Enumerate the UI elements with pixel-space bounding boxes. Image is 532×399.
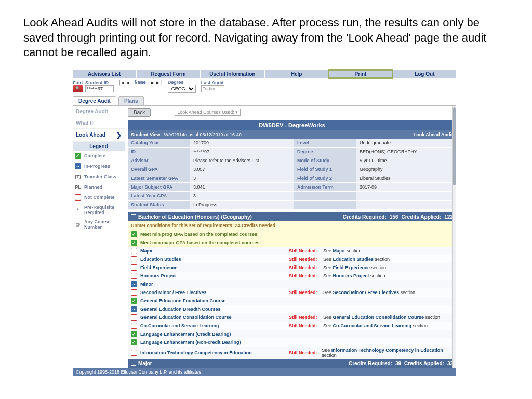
nav-useful[interactable]: Useful Information [201,70,264,78]
k-lyg: Latest Year GPA [128,192,190,201]
req-minor: ~Minor [128,280,456,288]
v-level: Undergraduate [356,139,456,148]
req-honours-project: Honours ProjectStill Needed:See Honours … [128,272,456,280]
legend-inprogress: ~In-Progress [73,161,125,171]
v-fos2: Liberal Studies [356,174,456,183]
info-grid: Catalog Year201709LevelUndergraduate ID*… [128,139,456,209]
scrollbar-thumb[interactable] [453,107,456,185]
k-mode: Mode of Study [294,156,356,165]
system-title: DW5DEV - DegreeWorks [128,120,456,130]
degree-label: Degree [168,79,184,85]
empty-box-icon [131,273,137,279]
v-lyg: 3 [190,192,294,201]
pager[interactable]: |◀◀Name▶▶| [118,79,163,85]
v-fos1: Geography [356,165,456,174]
k-ss: Student Status [128,201,190,209]
empty-box-icon [131,323,137,329]
unmet-conditions: Unmet conditions for this set of require… [128,221,456,230]
req-ge-consolidation: General Education Consolidation CourseSt… [128,313,456,322]
check-icon: ✓ [131,331,137,337]
k-blank1 [294,192,356,201]
back-button[interactable]: Back [128,108,151,117]
empty-box-icon [75,194,81,201]
v-id: ******97 [190,148,294,156]
legend-any-course: @Any Course Number [73,217,125,232]
section-box-icon [131,214,136,219]
req-ge-breadth: ~General Education Breadth Courses [128,305,456,313]
check-icon: ✓ [75,153,81,159]
star-icon: * [75,207,81,213]
v-gpa: 3.057 [190,165,294,174]
req-field-experience: Field ExperienceStill Needed:See Field E… [128,263,456,272]
req-education-studies: Education StudiesStill Needed:See Educat… [128,255,456,263]
student-id-label: Student ID [85,80,109,85]
legend-complete: ✓Complete [73,151,125,161]
top-nav: Advisors List Request Form Useful Inform… [73,70,456,78]
k-lsg: Latest Semester GPA [128,174,190,183]
legend-not-complete: Not Complete [73,192,125,203]
name-label: Name [135,79,146,85]
v-advisor: Please refer to the Advisors List. [190,156,294,165]
tab-plans[interactable]: Plans [118,96,144,105]
v-ss: In Progress [190,201,294,209]
student-view-band: Student View WA02914o as of 06/12/2019 a… [128,130,456,139]
transfer-icon: (T) [75,174,81,180]
find-icon[interactable]: 🔍 [73,85,83,92]
v-catalog-year: 201709 [190,139,294,148]
find-row: Find 🔍 Student ID |◀◀Name▶▶| Degree GEOG… [73,78,456,94]
last-audit-value [201,85,224,92]
nav-print[interactable]: Print [329,70,392,78]
legend-planned: PLPlanned [73,182,125,192]
req-it-competency: Information Technology Competency in Edu… [128,347,456,359]
tab-degree-audit[interactable]: Degree Audit [73,96,116,105]
progress-icon: ~ [75,163,81,169]
empty-box-icon [131,289,137,296]
nav-logout[interactable]: Log Out [393,70,456,78]
intro-text: Look Ahead Audits will not store in the … [23,16,509,60]
last-audit-label: Last Audit [201,80,224,85]
v-blank2 [356,201,456,209]
progress-icon: ~ [131,281,137,287]
k-degree: Degree [294,148,356,156]
empty-box-icon [131,350,137,356]
side-what-if[interactable]: What If [73,117,125,129]
req-lang-credit: ✓Language Enhancement (Credit Bearing) [128,330,456,338]
section-major-header: Major Credits Required:39Credits Applied… [128,359,456,368]
courses-used-dropdown[interactable]: Look Ahead Courses Used: ▾ [175,109,241,116]
nav-help[interactable]: Help [265,70,328,78]
k-fos2: Field of Study 2 [294,174,356,183]
req-major: MajorStill Needed:See Major section [128,247,456,255]
check-icon: ✓ [131,339,137,345]
degree-select[interactable]: GEOG [168,85,196,93]
k-msg: Major Subject GPA [128,183,190,192]
chevron-right-icon: ❯ [116,131,122,139]
req-lang-noncredit: ✓Language Enhancement (Non-credit Bearin… [128,338,456,347]
empty-box-icon [131,314,137,321]
nav-advisors[interactable]: Advisors List [73,70,136,78]
sidebar: Degree Audit What If Look Ahead❯ Legend … [73,106,125,368]
footer-copyright: Copyright 1995-2018 Ellucian Company L.P… [73,368,456,376]
legend-transfer: (T)Transfer Class [73,171,125,182]
k-level: Level [294,139,356,148]
nav-request[interactable]: Request Form [137,70,200,78]
v-lsg: 3 [190,174,294,183]
req-min-prog-gpa: ✓Meet min prog GPA based on the complete… [128,230,456,238]
empty-box-icon [131,256,137,262]
v-blank1 [356,192,456,201]
student-id-input[interactable] [85,85,114,92]
check-icon: ✓ [131,231,137,237]
side-look-ahead[interactable]: Look Ahead❯ [73,129,125,142]
v-degree: BED(HONS) GEOGRAPHY [356,148,456,156]
scrollbar[interactable] [452,106,456,368]
k-id: ID [128,148,190,156]
v-msg: 3.041 [190,183,294,192]
planned-icon: PL [75,184,81,190]
section-bed-header: Bachelor of Education (Honours) (Geograp… [128,212,456,221]
main-tabs: Degree Audit Plans [73,96,456,106]
side-degree-audit[interactable]: Degree Audit [73,106,125,117]
at-icon: @ [75,221,81,228]
req-cocurricular: Co-Curricular and Service LearningStill … [128,322,456,330]
k-advisor: Advisor [128,156,190,165]
empty-box-icon [131,264,137,271]
find-label: Find [73,80,83,85]
